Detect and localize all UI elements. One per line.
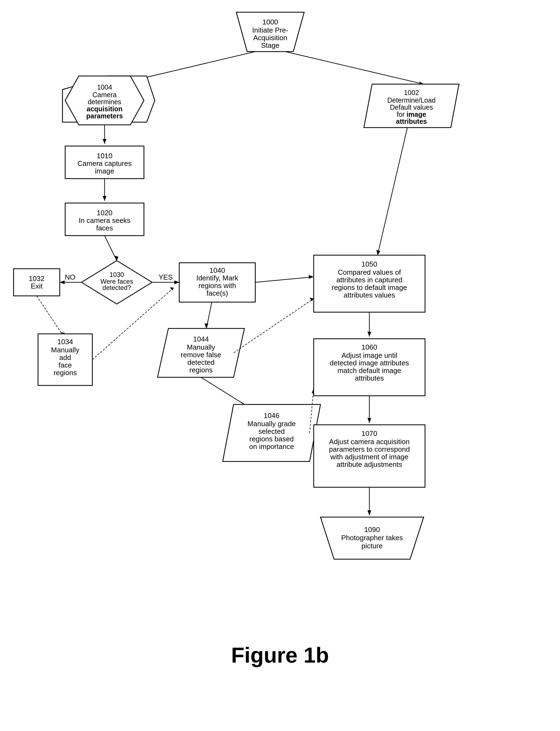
svg-line-48 [37, 296, 64, 337]
svg-rect-61 [179, 263, 255, 302]
svg-text:Exit: Exit [31, 282, 43, 290]
svg-marker-17 [103, 139, 106, 144]
svg-text:Manually grade: Manually grade [247, 420, 296, 428]
svg-text:Photographer takes: Photographer takes [341, 534, 403, 542]
svg-marker-111 [367, 510, 371, 515]
svg-text:detected image attributes: detected image attributes [330, 359, 409, 367]
svg-text:1004: 1004 [97, 83, 112, 91]
diagram-container: 1000 Initiate Pre- Acquisition Stage 100… [0, 0, 560, 679]
svg-text:regions: regions [189, 366, 212, 374]
svg-text:Acquisition: Acquisition [253, 34, 287, 42]
svg-text:attributes: attributes [355, 374, 384, 382]
svg-marker-10 [65, 76, 144, 125]
svg-line-5 [106, 52, 255, 87]
svg-text:1090: 1090 [364, 525, 380, 534]
svg-text:determines: determines [88, 98, 121, 106]
svg-marker-103 [367, 418, 371, 423]
svg-line-7 [285, 52, 424, 84]
svg-text:face: face [58, 361, 72, 369]
svg-marker-38 [81, 261, 152, 304]
svg-rect-32 [65, 203, 144, 236]
svg-marker-69 [309, 275, 314, 279]
svg-text:image: image [95, 167, 114, 175]
svg-line-86 [310, 388, 314, 433]
svg-text:parameters: parameters [86, 112, 123, 120]
svg-text:1070: 1070 [361, 429, 377, 437]
svg-marker-25 [376, 250, 380, 255]
svg-text:1040: 1040 [209, 266, 225, 275]
svg-text:Initiate Pre-: Initiate Pre- [252, 26, 288, 34]
svg-text:faces: faces [96, 224, 113, 232]
svg-text:Compared values of: Compared values of [338, 268, 401, 276]
svg-marker-70 [158, 329, 244, 377]
svg-text:attributes: attributes [396, 118, 427, 125]
svg-marker-67 [205, 324, 208, 329]
svg-text:YES: YES [159, 273, 173, 281]
svg-text:1000: 1000 [262, 18, 278, 26]
svg-line-76 [234, 299, 314, 353]
svg-line-59 [92, 288, 174, 360]
svg-marker-9 [62, 76, 155, 122]
svg-marker-77 [310, 298, 314, 301]
svg-text:attributes in captured: attributes in captured [336, 276, 402, 284]
svg-marker-95 [367, 332, 371, 337]
svg-text:regions based: regions based [249, 435, 294, 443]
svg-rect-88 [314, 255, 425, 312]
svg-text:regions with: regions with [199, 282, 236, 290]
svg-text:1060: 1060 [361, 343, 377, 351]
svg-line-66 [206, 302, 212, 329]
svg-text:face(s): face(s) [206, 289, 228, 297]
svg-line-36 [105, 236, 117, 261]
svg-marker-60 [170, 287, 174, 291]
svg-text:In camera seeks: In camera seeks [79, 216, 131, 225]
svg-text:NO: NO [65, 273, 75, 281]
svg-text:Adjust camera acquisition: Adjust camera acquisition [329, 437, 410, 446]
figure-caption: Figure 1b [0, 643, 560, 668]
svg-text:Manually: Manually [51, 346, 79, 354]
svg-text:for image: for image [397, 111, 426, 118]
svg-text:attributes values: attributes values [344, 291, 395, 299]
svg-text:remove false: remove false [181, 351, 221, 359]
svg-text:picture: picture [361, 542, 383, 550]
svg-text:Manually: Manually [187, 343, 215, 351]
svg-text:1044: 1044 [193, 335, 209, 343]
svg-text:add: add [59, 354, 71, 362]
svg-rect-26 [65, 146, 144, 179]
svg-text:match  default image: match default image [338, 366, 401, 374]
svg-text:Camera captures: Camera captures [77, 159, 131, 168]
svg-text:Camera: Camera [93, 91, 117, 99]
svg-marker-37 [115, 256, 118, 261]
svg-rect-45 [14, 269, 60, 296]
svg-line-68 [255, 277, 314, 282]
svg-text:Adjust image until: Adjust image until [341, 351, 397, 360]
svg-marker-79 [241, 401, 244, 405]
svg-text:acquisition: acquisition [87, 105, 122, 113]
svg-text:with  adjustment of image: with adjustment of image [330, 453, 408, 461]
svg-text:parameters to correspond: parameters to correspond [329, 445, 410, 453]
svg-text:detected?: detected? [102, 284, 131, 291]
svg-text:1020: 1020 [97, 209, 112, 217]
svg-marker-8 [419, 81, 424, 87]
svg-text:1032: 1032 [29, 275, 45, 283]
svg-marker-6 [103, 82, 109, 87]
svg-text:1034: 1034 [57, 338, 73, 346]
svg-text:selected: selected [259, 427, 285, 435]
svg-marker-80 [223, 404, 320, 461]
svg-text:Determine/Load: Determine/Load [387, 96, 436, 104]
svg-text:attribute adjustments: attribute adjustments [336, 460, 402, 468]
svg-text:1002: 1002 [404, 89, 419, 96]
svg-text:detected: detected [187, 358, 215, 366]
svg-marker-87 [312, 388, 316, 393]
svg-marker-49 [61, 332, 65, 337]
svg-rect-96 [314, 339, 425, 396]
svg-text:Identify, Mark: Identify, Mark [196, 274, 238, 282]
svg-rect-53 [38, 334, 92, 385]
svg-marker-43 [60, 281, 65, 284]
svg-text:Stage: Stage [261, 41, 279, 49]
svg-text:Default values: Default values [390, 103, 433, 111]
svg-text:1030: 1030 [109, 271, 124, 278]
svg-marker-0 [236, 12, 304, 52]
svg-marker-18 [364, 84, 459, 128]
svg-marker-51 [174, 281, 179, 284]
svg-marker-31 [103, 196, 106, 201]
